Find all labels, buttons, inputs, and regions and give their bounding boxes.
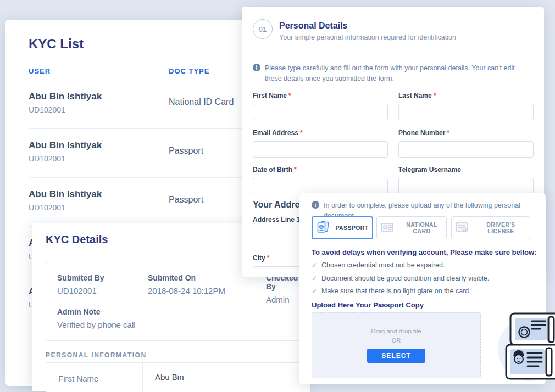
passport-icon	[316, 220, 330, 236]
doc-type: Passport	[169, 195, 203, 205]
last-name-input[interactable]	[398, 104, 534, 120]
check-icon: ✓	[312, 261, 317, 269]
user-id: UD102001	[29, 105, 65, 114]
doc-option-national-card[interactable]: NATIONAL CARD	[376, 216, 447, 239]
summary-value: Verified by phone call	[57, 320, 136, 329]
column-header-user[interactable]: USER	[29, 67, 51, 75]
field-first-name: First Name*	[253, 92, 388, 120]
personal-details-title: Personal Details	[279, 21, 348, 31]
summary-submitted-by: Submited By UD102001	[57, 273, 104, 295]
summary-label: Admin Note	[57, 307, 136, 316]
doc-option-label: DRIVER'S LICENSE	[475, 221, 526, 234]
user-name: Abu Bin Ishtiyak	[29, 189, 102, 200]
field-label: Telegram Username	[398, 166, 534, 173]
user-name: Abu Bin Ishtiyak	[29, 140, 102, 151]
table-row[interactable]: Abu Bin Ishtiyak UD102001 Passport	[29, 178, 253, 227]
required-mark: *	[447, 129, 449, 137]
phone-number-input[interactable]	[398, 141, 534, 158]
column-header-doc-type[interactable]: DOC TYPE	[169, 67, 209, 75]
info-icon: i	[253, 64, 260, 71]
required-mark: *	[288, 92, 291, 99]
user-id: UD102001	[29, 203, 65, 212]
personal-details-subtitle: Your simple personal information require…	[279, 33, 456, 41]
summary-submitted-on: Submited On 2018-08-24 10:12PM	[148, 273, 225, 295]
checklist-text: Make sure that there is no light glare o…	[321, 287, 471, 295]
user-id: UD102001	[29, 154, 65, 163]
upload-copy-title: Upload Here Your Passport Copy	[312, 301, 424, 309]
field-date-of-birth: Date of Birth*	[253, 166, 388, 194]
doc-option-drivers-license[interactable]: DRIVER'S LICENSE	[451, 216, 530, 239]
dropzone-or: OR	[392, 337, 401, 344]
summary-value: UD102001	[57, 286, 104, 295]
doc-type: Passport	[169, 146, 203, 156]
summary-value: 2018-08-24 10:12PM	[148, 286, 225, 295]
field-phone-number: Phone Number*	[398, 129, 534, 158]
verify-notice-title: To avoid delays when verifying account, …	[312, 248, 536, 256]
info-row-label: First Name	[46, 363, 143, 392]
field-label: Last Name*	[398, 92, 534, 99]
form-note-text: Please type carefully and fill out the f…	[265, 63, 530, 84]
field-telegram-username: Telegram Username	[398, 166, 534, 194]
dropzone-hint: Drag and drop file	[371, 328, 421, 334]
info-row-value: Abu Bin	[143, 363, 310, 392]
checklist-text: Document should be good condition and cl…	[321, 275, 489, 282]
doc-type: National ID Card	[169, 97, 234, 107]
info-icon: i	[312, 201, 319, 209]
step-number-badge: 01	[253, 19, 273, 39]
check-icon: ✓	[312, 275, 317, 282]
kyc-list-header: USER DOC TYPE	[29, 67, 242, 80]
doc-option-label: NATIONAL CARD	[401, 221, 443, 234]
field-label: First Name*	[253, 92, 388, 99]
field-label: Phone Number*	[398, 129, 534, 137]
telegram-username-input[interactable]	[398, 178, 534, 194]
kyc-list-title: KYC List	[29, 36, 84, 52]
first-name-input[interactable]	[253, 104, 388, 120]
required-mark: *	[294, 166, 297, 173]
date-of-birth-input[interactable]	[253, 178, 388, 194]
document-upload-panel: i In order to complete, please upload an…	[299, 193, 546, 384]
table-row[interactable]: Abu Bin Ishtiyak UD102001 National ID Ca…	[29, 80, 253, 129]
select-file-button[interactable]: SELECT	[367, 349, 425, 363]
doc-option-label: PASSPORT	[335, 225, 368, 231]
form-note: i Please type carefully and fill out the…	[253, 63, 530, 84]
national-card-icon	[380, 221, 396, 236]
summary-admin-note: Admin Note Verified by phone call	[57, 307, 136, 329]
checklist-item: ✓Make sure that there is no light glare …	[312, 287, 471, 295]
required-mark: *	[434, 92, 436, 99]
summary-label: Submited By	[57, 273, 104, 282]
field-label: Date of Birth*	[253, 166, 388, 173]
kyc-details-title: KYC Details	[46, 233, 108, 246]
doc-option-passport[interactable]: PASSPORT	[312, 216, 373, 239]
user-name: Abu Bin Ishtiyak	[29, 91, 102, 102]
checklist-text: Chosen credential must not be expaired.	[321, 261, 445, 269]
field-label: Email Address*	[253, 129, 388, 137]
checklist-item: ✓Document should be good condition and c…	[312, 275, 489, 282]
field-last-name: Last Name*	[398, 92, 534, 120]
email-address-input[interactable]	[253, 141, 388, 158]
required-mark: *	[267, 254, 270, 262]
file-dropzone[interactable]: Drag and drop file OR SELECT	[312, 312, 481, 378]
section-header-personal-information: PERSONAL INFORMATION	[46, 351, 147, 359]
check-icon: ✓	[312, 287, 317, 295]
divider	[242, 55, 544, 55]
required-mark: *	[300, 129, 303, 137]
summary-label: Submited On	[148, 273, 225, 282]
personal-info-table: First Name Abu Bin	[46, 362, 310, 392]
table-row[interactable]: Abu Bin Ishtiyak UD102001 Passport	[29, 129, 253, 178]
field-email-address: Email Address*	[253, 129, 388, 158]
drivers-license-icon	[455, 221, 470, 236]
checklist-item: ✓Chosen credential must not be expaired.	[312, 261, 445, 269]
